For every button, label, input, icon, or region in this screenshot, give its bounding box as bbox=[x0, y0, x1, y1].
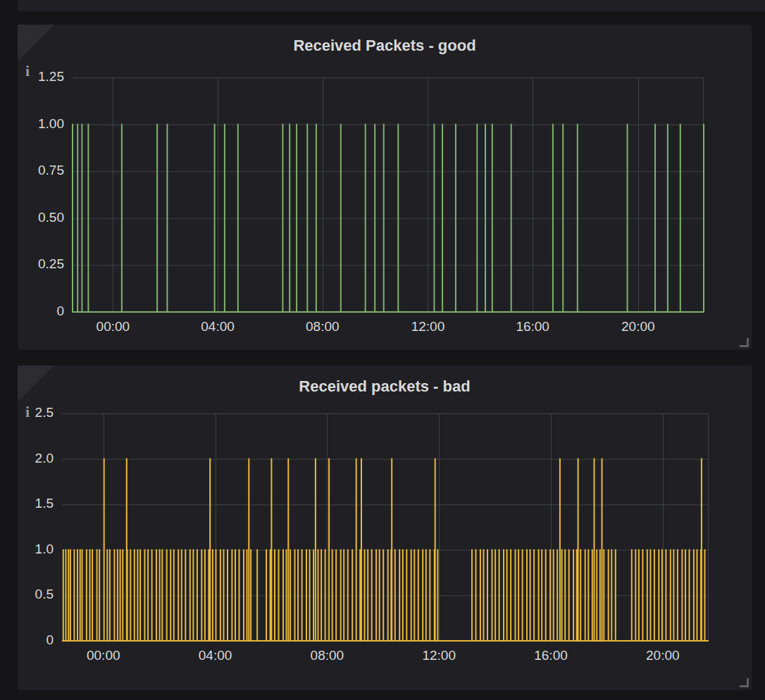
panel-title[interactable]: Received Packets - good bbox=[18, 37, 752, 55]
panel-received-packets-bad: i Received packets - bad 2.52.01.51.00.5… bbox=[18, 365, 752, 690]
x-tick-label: 12:00 bbox=[399, 319, 456, 335]
series-good-line bbox=[73, 125, 704, 312]
x-tick-label: 16:00 bbox=[523, 648, 579, 663]
y-tick-label: 2.5 bbox=[4, 405, 54, 420]
chart-svg bbox=[73, 77, 704, 312]
chart-bad[interactable]: 2.52.01.51.00.5000:0004:0008:0012:0016:0… bbox=[62, 413, 709, 641]
x-tick-label: 08:00 bbox=[299, 648, 355, 663]
x-tick-label: 08:00 bbox=[294, 319, 351, 335]
chart-good[interactable]: 1.251.000.750.500.25000:0004:0008:0012:0… bbox=[73, 77, 704, 312]
x-tick-label: 12:00 bbox=[411, 648, 467, 663]
y-tick-label: 1.0 bbox=[4, 542, 54, 557]
x-tick-label: 20:00 bbox=[635, 648, 691, 663]
x-tick-label: 00:00 bbox=[85, 319, 141, 335]
panel-above-edge bbox=[18, 0, 765, 11]
y-tick-label: 1.25 bbox=[15, 69, 64, 85]
y-tick-label: 0.5 bbox=[4, 587, 54, 602]
x-tick-label: 20:00 bbox=[610, 319, 666, 335]
y-tick-label: 0.75 bbox=[15, 163, 64, 178]
y-tick-label: 2.0 bbox=[4, 451, 54, 466]
y-tick-label: 0 bbox=[4, 632, 54, 648]
resize-handle[interactable] bbox=[740, 338, 749, 347]
panel-title[interactable]: Received packets - bad bbox=[18, 377, 752, 396]
series-bad-line bbox=[62, 459, 709, 641]
x-tick-label: 00:00 bbox=[75, 648, 132, 663]
panel-received-packets-good: i Received Packets - good 1.251.000.750.… bbox=[18, 25, 752, 350]
chart-svg bbox=[62, 413, 709, 641]
x-tick-label: 04:00 bbox=[189, 319, 246, 335]
resize-handle[interactable] bbox=[740, 678, 749, 687]
y-tick-label: 0.50 bbox=[15, 210, 64, 225]
y-tick-label: 0 bbox=[15, 304, 64, 319]
y-tick-label: 1.00 bbox=[15, 116, 64, 132]
y-tick-label: 1.5 bbox=[4, 496, 54, 511]
x-tick-label: 16:00 bbox=[504, 319, 561, 335]
x-tick-label: 04:00 bbox=[187, 648, 244, 663]
y-tick-label: 0.25 bbox=[15, 256, 64, 272]
